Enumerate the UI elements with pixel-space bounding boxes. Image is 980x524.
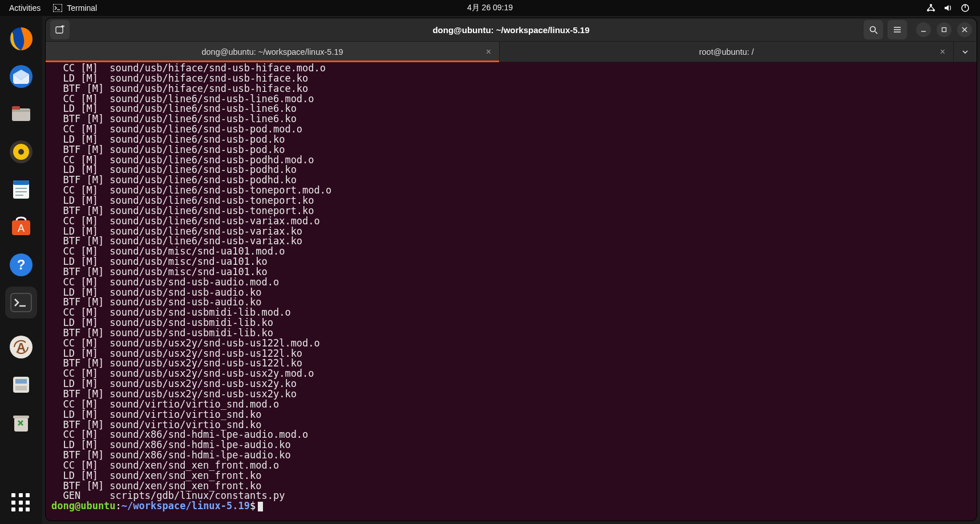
svg-rect-24	[11, 293, 31, 312]
dock-rhythmbox[interactable]	[5, 136, 37, 168]
volume-icon[interactable]	[943, 3, 953, 13]
terminal-line: CC [M] sound/usb/snd-usb-audio.mod.o	[51, 277, 971, 288]
terminal-line: BTF [M] sound/usb/line6/snd-usb-toneport…	[51, 206, 971, 216]
dock-firefox[interactable]	[5, 23, 37, 55]
app-menu[interactable]: Terminal	[53, 3, 97, 13]
dock: A ? A	[0, 16, 42, 524]
dock-writer[interactable]	[5, 174, 37, 205]
terminal-line: BTF [M] sound/usb/line6/snd-usb-pod.ko	[51, 145, 971, 155]
close-button[interactable]	[957, 22, 972, 37]
terminal-prompt: dong@ubuntu:~/workspace/linux-5.19$	[51, 501, 971, 511]
app-name: Terminal	[67, 3, 97, 13]
clock[interactable]: 4月 26 09:19	[467, 3, 513, 13]
terminal-window: dong@ubuntu: ~/workspace/linux-5.19 dong…	[46, 18, 977, 521]
terminal-line: LD [M] sound/virtio/virtio_snd.ko	[51, 410, 971, 420]
terminal-line: BTF [M] sound/usb/hiface/snd-usb-hiface.…	[51, 84, 971, 94]
svg-rect-0	[53, 4, 62, 12]
svg-rect-32	[13, 416, 29, 418]
dock-software[interactable]: A	[5, 211, 37, 243]
tab-2[interactable]: root@ubuntu: / ×	[500, 42, 954, 62]
dock-trash[interactable]	[5, 406, 37, 438]
svg-point-3	[927, 9, 929, 11]
svg-rect-11	[12, 110, 30, 112]
maximize-button[interactable]	[937, 22, 951, 37]
svg-point-4	[933, 9, 935, 11]
dock-disks[interactable]	[5, 369, 37, 401]
svg-point-2	[930, 4, 932, 6]
dock-help[interactable]: ?	[5, 249, 37, 281]
tab-2-close-icon[interactable]: ×	[940, 47, 945, 57]
show-apps-button[interactable]	[11, 493, 31, 513]
terminal-line: LD [M] sound/xen/snd_xen_front.ko	[51, 471, 971, 481]
svg-rect-42	[942, 28, 946, 32]
dock-updater[interactable]: A	[5, 331, 37, 363]
cursor-icon	[258, 502, 263, 511]
svg-point-36	[870, 27, 876, 32]
svg-point-14	[18, 149, 24, 155]
terminal-line: CC [M] sound/virtio/virtio_snd.mod.o	[51, 400, 971, 410]
tabs-chevron-down-icon[interactable]	[954, 42, 977, 62]
svg-rect-33	[56, 27, 63, 33]
svg-rect-30	[15, 386, 27, 390]
terminal-small-icon	[53, 4, 62, 12]
dock-thunderbird[interactable]	[5, 61, 37, 92]
tab-1-close-icon[interactable]: ×	[486, 47, 491, 57]
window-titlebar: dong@ubuntu: ~/workspace/linux-5.19	[46, 18, 977, 42]
tab-2-label: root@ubuntu: /	[699, 47, 754, 57]
terminal-line: CC [M] sound/usb/line6/snd-usb-variax.mo…	[51, 216, 971, 227]
power-icon[interactable]	[961, 3, 970, 13]
activities-button[interactable]: Activities	[9, 3, 41, 13]
network-icon[interactable]	[926, 3, 936, 13]
svg-text:?: ?	[17, 257, 26, 272]
svg-rect-16	[13, 180, 29, 185]
tabs-bar: dong@ubuntu: ~/workspace/linux-5.19 × ro…	[46, 42, 977, 62]
gnome-topbar: Activities Terminal 4月 26 09:19	[0, 0, 980, 16]
svg-line-37	[875, 31, 877, 34]
tab-1-label: dong@ubuntu: ~/workspace/linux-5.19	[201, 47, 343, 57]
svg-rect-29	[15, 379, 27, 384]
new-tab-button[interactable]	[50, 20, 70, 39]
svg-text:A: A	[18, 223, 25, 234]
window-title: dong@ubuntu: ~/workspace/linux-5.19	[432, 25, 589, 35]
terminal-line: LD [M] sound/usb/hiface/snd-usb-hiface.k…	[51, 74, 971, 84]
terminal-line: CC [M] sound/usb/usx2y/snd-usb-us122l.mo…	[51, 338, 971, 349]
minimize-button[interactable]	[916, 22, 931, 37]
search-button[interactable]	[864, 20, 883, 39]
dock-terminal[interactable]	[5, 287, 37, 319]
terminal-body[interactable]: CC [M] sound/usb/hiface/snd-usb-hiface.m…	[46, 62, 977, 521]
dock-files[interactable]	[5, 98, 37, 130]
menu-button[interactable]	[888, 20, 907, 39]
tab-1[interactable]: dong@ubuntu: ~/workspace/linux-5.19 ×	[46, 42, 500, 62]
